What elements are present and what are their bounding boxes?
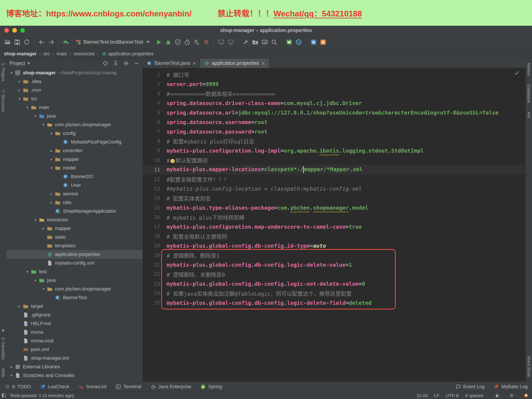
translate-icon[interactable]: G [310, 38, 318, 46]
line-number[interactable]: 8 [143, 138, 166, 144]
line-number[interactable]: 17 [143, 224, 166, 230]
tree-expanded-arrow[interactable]: ▾ [8, 71, 15, 75]
line-number[interactable]: 7 [143, 129, 166, 134]
breadcrumb-application-properties[interactable]: application.properties [101, 51, 153, 57]
breadcrumb-main[interactable]: main [57, 51, 67, 57]
tree-item-main[interactable]: ▾main [6, 103, 143, 112]
code-line-1[interactable]: 1# 端口号 [143, 70, 526, 79]
tree-item-com-ybchen-shopmanager[interactable]: ▾com.ybchen.shopmanager [6, 285, 143, 293]
code-line-7[interactable]: 7spring.datasource.password=root [143, 127, 526, 136]
tree-item-target[interactable]: ▸target [6, 302, 143, 311]
tree-expanded-arrow[interactable]: ▾ [24, 105, 31, 110]
tree-item-config[interactable]: ▾config [6, 129, 143, 138]
line-number[interactable]: 5 [143, 110, 166, 115]
tree-item-controller[interactable]: ▸controller [6, 146, 143, 155]
project-panel-title[interactable]: Project [10, 61, 25, 66]
locate-icon[interactable] [102, 60, 108, 66]
tree-item-mybatis-config-xml[interactable]: </>mybatis-config.xml [6, 259, 143, 267]
no-entry-icon[interactable] [295, 38, 303, 46]
run-configuration-selector[interactable]: BannerTest.testBannerTest [73, 38, 152, 46]
tree-item-scratches-and-consoles[interactable]: ▾Scratches and Consoles [6, 371, 143, 380]
close-window-button[interactable] [4, 28, 9, 33]
tree-item-model[interactable]: ▾model [6, 164, 143, 172]
code-line-9[interactable]: 9mybatis-plus.configuration.log-impl=org… [143, 146, 526, 156]
code-line-23[interactable]: 23mybatis-plus.global-config.db-config.l… [143, 279, 526, 288]
tree-item-mvnw[interactable]: $mvnw [6, 328, 143, 337]
tree-expanded-arrow[interactable]: ▾ [48, 131, 55, 136]
tree-item-idea[interactable]: ▸.idea [6, 77, 143, 86]
line-number[interactable]: 2 [143, 81, 166, 87]
code-line-4[interactable]: 4spring.datasource.driver-class-name=com… [143, 98, 526, 108]
stop-icon[interactable] [202, 38, 210, 46]
coverage-icon[interactable] [174, 38, 182, 46]
code-line-19[interactable]: 19mybatis-plus.global-config.db-config.i… [143, 241, 526, 250]
code-line-15[interactable]: 15mybatis-plus.type-aliases-package=com.… [143, 203, 526, 212]
breadcrumb-resources[interactable]: resources [74, 51, 95, 57]
lock-icon[interactable] [494, 393, 500, 398]
code-line-18[interactable]: 18# 配置全局默认主键规则 [143, 231, 526, 241]
collapse-all-icon[interactable] [113, 60, 119, 66]
line-number[interactable]: 16 [143, 214, 166, 220]
line-number[interactable]: 20 [143, 252, 166, 258]
tree-expanded-arrow[interactable]: ▾ [32, 278, 39, 283]
tree-expanded-arrow[interactable]: ▾ [32, 114, 39, 118]
line-number[interactable]: 19 [143, 243, 166, 249]
code-line-12[interactable]: 12#配置全局配置文件！！！ [143, 175, 526, 184]
run-list-icon[interactable] [193, 38, 201, 46]
tree-expanded-arrow[interactable]: ▾ [16, 97, 23, 101]
line-number[interactable]: 24 [143, 291, 166, 296]
line-number[interactable]: 23 [143, 281, 166, 287]
stripe-label-1-project[interactable]: 1: Project [1, 63, 6, 81]
tree-item-service[interactable]: ▸service [6, 190, 143, 198]
tab-application-properties[interactable]: application.properties× [200, 59, 269, 68]
stripe-label-7-structure[interactable]: 7: Structure [1, 90, 6, 112]
tree-item-mapper[interactable]: ▸mapper [6, 155, 143, 164]
run-icon[interactable] [155, 38, 163, 46]
code-line-10[interactable]: 10#默认配置路径 [143, 156, 526, 165]
code-line-17[interactable]: 17mybatis-plus.configuration.map-undersc… [143, 222, 526, 231]
tree-item-bannertest[interactable]: CBannerTest [6, 293, 143, 302]
tool-button-sonarlint[interactable]: SonarLint [78, 384, 106, 389]
tree-item-java[interactable]: ▾java [6, 112, 143, 120]
tree-item-templates[interactable]: templates [6, 241, 143, 250]
tree-item-gitignore[interactable]: .gitignore [6, 311, 143, 319]
stripe-label-maven[interactable]: Maven [526, 63, 531, 76]
zoom-window-button[interactable] [20, 28, 25, 33]
tree-item-src[interactable]: ▾src [6, 94, 143, 103]
tool-button-event-log[interactable]: Event Log [456, 384, 485, 389]
translate-alt-icon[interactable]: A [319, 38, 327, 46]
tree-item-static[interactable]: static [6, 233, 143, 241]
monitor2-icon[interactable] [227, 38, 235, 46]
tree-item-shop-manager-iml[interactable]: shop-manager.iml [6, 354, 143, 362]
tree-expanded-arrow[interactable]: ▾ [40, 287, 47, 291]
line-number[interactable]: 18 [143, 233, 166, 239]
code-line-11[interactable]: 11mybatis-plus.mapper-locations=classpat… [143, 165, 526, 175]
forward-icon[interactable] [47, 38, 55, 46]
tree-collapsed-arrow[interactable]: ▸ [48, 200, 55, 205]
folder-settings-icon[interactable] [251, 38, 259, 46]
line-number[interactable]: 14 [143, 195, 166, 201]
tree-item-application-properties[interactable]: application.properties [6, 250, 143, 259]
indent-indicator[interactable]: 4 spaces [465, 393, 483, 398]
line-number[interactable]: 13 [143, 186, 166, 192]
code-line-24[interactable]: 24# 如果java实体类没加注解@TableLogic，则可以配置这个，推荐这… [143, 288, 526, 298]
tree-item-java[interactable]: ▾java [6, 276, 143, 285]
search-icon[interactable] [270, 38, 278, 46]
breadcrumb-shop-manager[interactable]: shop-manager [4, 51, 37, 57]
tab-bannertest-java[interactable]: CBannerTest.java× [143, 59, 200, 68]
tree-item-resources[interactable]: ▾resources [6, 216, 143, 224]
minimize-window-button[interactable] [12, 28, 17, 33]
tool-button-luacheck[interactable]: LuaCheck [40, 384, 69, 389]
line-number[interactable]: 3 [143, 91, 166, 96]
settings-small-icon[interactable] [509, 393, 514, 398]
code-line-21[interactable]: 21mybatis-plus.global-config.db-config.l… [143, 260, 526, 269]
tree-collapsed-arrow[interactable]: ▸ [40, 226, 47, 231]
build-icon[interactable] [62, 38, 70, 46]
line-number[interactable]: 15 [143, 205, 166, 211]
debug-icon[interactable] [164, 38, 172, 46]
tree-collapsed-arrow[interactable]: ▸ [8, 365, 15, 369]
breadcrumb-src[interactable]: src [44, 51, 50, 57]
toolwindow-toggle-icon[interactable] [1, 393, 6, 398]
tool-button-java-enterprise[interactable]: Java Enterprise [151, 384, 191, 389]
monitor-icon[interactable] [217, 38, 225, 46]
